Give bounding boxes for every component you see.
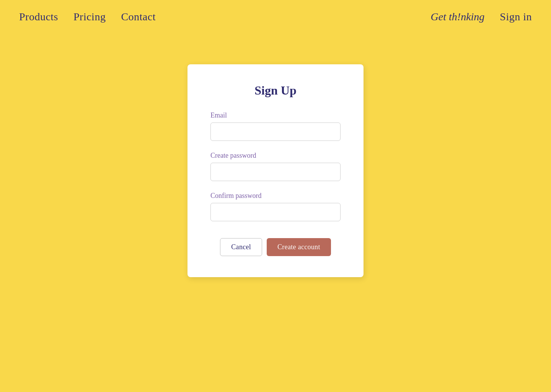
confirm-password-input[interactable] bbox=[210, 203, 341, 221]
nav-link-contact[interactable]: Contact bbox=[121, 11, 156, 23]
signup-title: Sign Up bbox=[210, 83, 341, 98]
button-row: Cancel Create account bbox=[210, 238, 341, 256]
main-content: Sign Up Email Create password Confirm pa… bbox=[0, 34, 551, 277]
create-password-group: Create password bbox=[210, 152, 341, 181]
navbar: Products Pricing Contact Get th!nking Si… bbox=[0, 0, 551, 34]
email-label: Email bbox=[210, 111, 341, 119]
create-password-input[interactable] bbox=[210, 163, 341, 181]
email-input[interactable] bbox=[210, 122, 341, 141]
nav-left: Products Pricing Contact bbox=[19, 11, 431, 23]
signup-card: Sign Up Email Create password Confirm pa… bbox=[187, 64, 364, 277]
nav-link-sign-in[interactable]: Sign in bbox=[500, 11, 532, 23]
cancel-button[interactable]: Cancel bbox=[220, 238, 262, 256]
confirm-password-group: Confirm password bbox=[210, 192, 341, 221]
nav-link-get-thinking[interactable]: Get th!nking bbox=[431, 11, 485, 23]
create-account-button[interactable]: Create account bbox=[267, 238, 331, 256]
create-password-label: Create password bbox=[210, 152, 341, 160]
nav-link-pricing[interactable]: Pricing bbox=[73, 11, 106, 23]
nav-right: Get th!nking Sign in bbox=[431, 11, 532, 23]
confirm-password-label: Confirm password bbox=[210, 192, 341, 200]
signup-form: Email Create password Confirm password C… bbox=[210, 111, 341, 256]
nav-link-products[interactable]: Products bbox=[19, 11, 58, 23]
email-group: Email bbox=[210, 111, 341, 141]
